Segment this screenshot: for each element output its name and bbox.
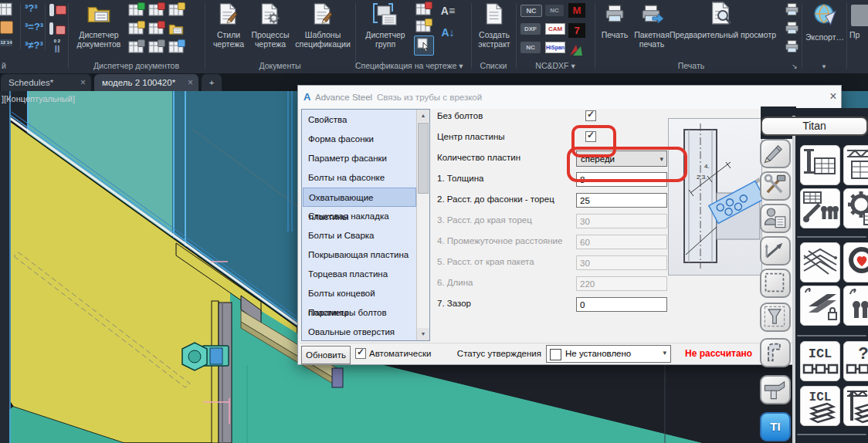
sidebar-item-bolt-params[interactable]: Параметры болтов xyxy=(303,303,416,323)
sidebar-item-gusset-param[interactable]: Параметр фасанки xyxy=(303,149,416,168)
bom-select-button-active[interactable] xyxy=(414,36,434,56)
box-orange-icon[interactable] xyxy=(0,21,13,34)
numbering-icon[interactable]: 12 14 xyxy=(0,39,12,46)
drawing-styles-button[interactable]: Стили чертежа xyxy=(209,2,249,52)
list-scrollbar[interactable]: ▲ ▼ xyxy=(416,110,429,340)
dist-edge-end-input xyxy=(576,214,667,228)
brush-icon xyxy=(225,12,238,25)
export-button[interactable]: Экспорт… xyxy=(805,2,845,57)
sidebar-item-slotted-holes[interactable]: Овальные отверстия xyxy=(303,323,416,342)
print-search-icon[interactable] xyxy=(785,22,799,35)
palette-tool-bolts-rotate[interactable] xyxy=(843,286,868,326)
nc-button[interactable]: NC xyxy=(520,5,542,17)
ucs-arrow-button[interactable] xyxy=(760,236,791,265)
panel-collapse-icon[interactable]: ▾ xyxy=(802,63,846,70)
tools-button[interactable] xyxy=(760,171,791,201)
palette-tool-truss-plates[interactable] xyxy=(843,386,868,426)
no-bolts-checkbox[interactable]: ✓ xyxy=(585,110,596,121)
create-extract-button[interactable]: Создать экстракт xyxy=(473,2,515,52)
gap-input[interactable] xyxy=(576,297,667,312)
sidebar-item-bolts-welds[interactable]: Болты и Сварка xyxy=(303,226,416,245)
folder-documents-icon xyxy=(87,3,110,23)
panel-label-ncdxf[interactable]: NC&DXF ▾ xyxy=(516,61,595,70)
panel-label-bom[interactable]: Спецификация на чертеже ▾ xyxy=(355,61,462,70)
group-manager-icon xyxy=(371,2,398,27)
table-edit-icon[interactable] xyxy=(0,2,12,16)
scroll-down-icon[interactable]: ▼ xyxy=(417,328,429,340)
filter-button[interactable] xyxy=(760,303,791,332)
beam-ii-icon[interactable]: II xyxy=(48,43,66,55)
print-doc-icon[interactable] xyxy=(785,3,799,16)
visual-style-label[interactable]: ][Концептуальный] xyxy=(2,94,75,103)
ibeam-stamp-icon[interactable] xyxy=(56,25,66,35)
query-equal-icon[interactable]: ³=?³ xyxy=(25,22,43,32)
user-report-button[interactable] xyxy=(760,204,791,233)
sidebar-item-splice-plate[interactable]: Стыковая накладка xyxy=(303,207,416,226)
cursor-select-icon xyxy=(417,38,431,52)
panel-expand-icon[interactable]: ↘ xyxy=(789,63,800,70)
automatic-checkbox[interactable]: ✓ xyxy=(355,348,366,359)
sidebar-item-properties[interactable]: Свойства xyxy=(303,110,416,130)
t7-export-button[interactable]: 7 xyxy=(568,23,585,38)
dist-gusset-end-input[interactable] xyxy=(576,193,667,208)
palette-tool-gear-table[interactable] xyxy=(843,188,868,228)
query-joint-icon[interactable]: ³?³ xyxy=(25,3,38,14)
m-export-button[interactable]: M xyxy=(568,3,585,18)
close-tab-icon[interactable]: × xyxy=(188,74,193,91)
close-icon[interactable]: × xyxy=(826,89,841,104)
update-button[interactable]: Обновить xyxy=(301,346,351,364)
nc-settings-button[interactable]: NC xyxy=(520,42,541,53)
nc-tools-button[interactable]: NC xyxy=(545,5,564,16)
new-tab-button[interactable]: + xyxy=(202,74,222,91)
palette-tool-search-heart[interactable] xyxy=(843,242,868,282)
sidebar-item-gusset-shape[interactable]: Форма фасонки xyxy=(303,130,416,149)
ibeam-icon[interactable] xyxy=(49,4,54,16)
palette-tool-column-table[interactable] xyxy=(800,145,840,185)
group-manager-button[interactable]: Диспетчер групп xyxy=(360,2,411,52)
hispan-button[interactable]: HiSpan xyxy=(545,42,565,53)
open-folder-icon[interactable] xyxy=(168,22,184,35)
sidebar-item-cover-plate[interactable]: Покрывающая пластина xyxy=(303,245,416,265)
palette-tool-icl-frames[interactable]: ICL xyxy=(800,341,840,381)
dxf-button[interactable]: DXF xyxy=(520,23,541,35)
scroll-up-icon[interactable]: ▲ xyxy=(417,110,429,122)
sidebar-item-wrap-plates-selected[interactable]: Охватывающие пластины xyxy=(303,188,416,207)
sidebar-item-gusset-bolts[interactable]: Болты на фасонке xyxy=(303,168,416,188)
ibeam2-icon[interactable] xyxy=(49,22,53,35)
bom-templates-button[interactable]: Шаблоны спецификации xyxy=(292,2,354,52)
sort-list-icon[interactable]: A≡ xyxy=(437,5,459,17)
document-manager-button[interactable]: Диспетчер документов xyxy=(73,2,125,52)
print-list-icon[interactable] xyxy=(785,40,799,53)
palette-tool-beam-lock[interactable] xyxy=(800,286,840,326)
tab-model-active[interactable]: модель 2 100420* × xyxy=(94,74,198,91)
cam-button[interactable]: CAM xyxy=(545,23,565,35)
clipped-panel-button[interactable]: Пр xyxy=(849,2,868,52)
titan-toggle-button[interactable]: TI xyxy=(760,412,791,441)
tab-schedules[interactable]: Schedules* × xyxy=(1,74,91,91)
sidebar-item-end-plate[interactable]: Торцевая пластина xyxy=(303,265,416,284)
print-preview-button[interactable]: Предварительный просмотр xyxy=(663,2,783,52)
leaf-export-icon[interactable] xyxy=(568,43,584,57)
print-button[interactable]: Печать xyxy=(598,2,632,52)
palette-tool-icl-plates[interactable]: ICL xyxy=(800,386,840,426)
dialog-titlebar[interactable]: A Advance Steel Связь из трубы с врезкой… xyxy=(298,86,841,109)
palette-tool-question-frames[interactable]: ? xyxy=(843,341,868,381)
drawing-processes-button[interactable]: Процессы чертежа xyxy=(250,2,290,52)
approval-status-select[interactable]: Не установлено ▾ xyxy=(546,345,671,363)
edit-pencil-button[interactable] xyxy=(760,139,791,168)
sort-az-icon[interactable]: A↓ xyxy=(437,26,459,39)
query-notequal-icon[interactable]: ³≠?³ xyxy=(25,40,43,51)
selection-box-button[interactable] xyxy=(760,269,791,298)
sidebar-item-endplate-bolts[interactable]: Болты концевой пластины xyxy=(303,284,416,303)
palette-tool-truss-table[interactable] xyxy=(843,145,868,185)
profile-bend-button[interactable] xyxy=(760,338,791,367)
palette-header-titan[interactable]: Titan xyxy=(761,117,868,136)
ibeam-flag-icon[interactable] xyxy=(56,5,66,15)
palette-tool-weld-bolts[interactable] xyxy=(800,188,840,228)
tee-plate-button[interactable] xyxy=(760,375,791,404)
printer-icon xyxy=(605,5,625,23)
palette-tool-grating[interactable] xyxy=(800,242,840,282)
close-tab-icon[interactable]: × xyxy=(80,74,86,91)
svg-text:?: ? xyxy=(858,343,868,363)
scrollbar-thumb[interactable] xyxy=(418,123,429,194)
